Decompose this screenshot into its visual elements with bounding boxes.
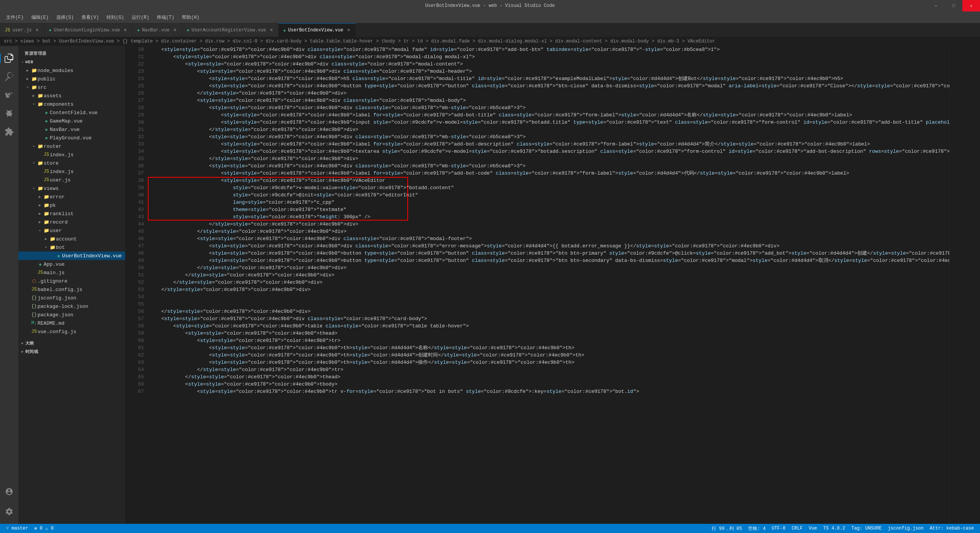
- tree-jsconfig[interactable]: {} jsconfig.json: [18, 294, 125, 302]
- line-number: 59: [126, 330, 144, 337]
- tab-close-botindex[interactable]: ×: [346, 27, 352, 33]
- outline-section[interactable]: ▶ 大纲: [18, 339, 125, 347]
- tree-gitignore[interactable]: ⬡ .gitignore: [18, 277, 125, 285]
- tree-contentfield[interactable]: ◈ ContentField.vue: [18, 108, 125, 117]
- tree-router[interactable]: ▾ 📁 router: [18, 142, 125, 150]
- status-ts-version[interactable]: TS 4.8.2: [820, 524, 848, 533]
- tree-package-json[interactable]: {} package.json: [18, 311, 125, 319]
- status-position[interactable]: 行 99，列 05: [709, 524, 745, 533]
- tree-account-folder[interactable]: ▶ 📁 account: [18, 235, 125, 243]
- tree-app-vue[interactable]: ◈ App.vue: [18, 260, 125, 268]
- tab-close-user[interactable]: ×: [34, 27, 40, 33]
- maximize-button[interactable]: □: [945, 0, 962, 11]
- branch-name: master: [11, 526, 28, 531]
- status-spaces[interactable]: 空格: 4: [745, 524, 769, 533]
- tree-vue-config[interactable]: JS vue.config.js: [18, 327, 125, 336]
- tree-views[interactable]: ▾ 📁 views: [18, 184, 125, 193]
- arrow-icon: ▶: [37, 220, 43, 224]
- tree-package-lock[interactable]: {} package-lock.json: [18, 302, 125, 311]
- code-line: <style=style="color:#ce9178">"color:#4ec…: [149, 250, 949, 257]
- tab-botindex-vue[interactable]: ◈ UserBotIndexView.vue ×: [279, 23, 356, 37]
- code-line: <style=style="color:#ce9178">"color:#4ec…: [149, 352, 949, 359]
- tab-close-login[interactable]: ×: [122, 27, 128, 33]
- tree-node-modules[interactable]: ▶ 📁 node_modules: [18, 66, 125, 75]
- error-icon: ⊗: [34, 526, 37, 531]
- status-errors[interactable]: ⊗ 0 ⚠ 0: [31, 524, 56, 533]
- line-number: 35: [126, 155, 144, 162]
- tab-navbar-vue[interactable]: ◈ NavBar.vue ×: [132, 23, 182, 37]
- line-number: 64: [126, 366, 144, 373]
- menu-goto[interactable]: 转到(G): [103, 13, 127, 22]
- tab-icon-vue: ◈: [283, 28, 286, 33]
- tree-playground[interactable]: ◈ PlayGround.vue: [18, 134, 125, 142]
- close-button[interactable]: ✕: [962, 0, 980, 11]
- tab-login-vue[interactable]: ◈ UserAccountLoginView.vue ×: [44, 23, 132, 37]
- status-branch[interactable]: ⑂ master: [3, 524, 31, 533]
- arrow-icon: ▶: [21, 350, 24, 354]
- code-line: [149, 301, 949, 308]
- menu-view[interactable]: 查看(V): [78, 13, 102, 22]
- tree-store[interactable]: ▾ 📁 store: [18, 159, 125, 167]
- tree-error[interactable]: ▶ 📁 error: [18, 193, 125, 201]
- tree-botindex-file[interactable]: ◈ UserBotIndexView.vue: [18, 252, 125, 260]
- status-json-config[interactable]: jsconfig.json: [885, 524, 927, 533]
- tree-babel-config[interactable]: JS babel.config.js: [18, 285, 125, 294]
- tab-close-navbar[interactable]: ×: [172, 27, 178, 33]
- activity-git[interactable]: [0, 86, 18, 104]
- tree-bot-folder[interactable]: ▾ 📁 bot: [18, 243, 125, 252]
- warning-icon: ⚠: [45, 526, 48, 531]
- status-line-ending[interactable]: CRLF: [789, 524, 806, 533]
- tree-readme[interactable]: M↓ README.md: [18, 319, 125, 327]
- activity-debug[interactable]: [0, 104, 18, 123]
- code-line: </style=style="color:#ce9178">"color:#4e…: [149, 264, 949, 271]
- tree-main-js[interactable]: JS main.js: [18, 268, 125, 277]
- line-number: 45: [126, 228, 144, 235]
- code-line: </style=style="color:#ce9178">"color:#4e…: [149, 271, 949, 279]
- menu-terminal[interactable]: 终端(T): [154, 13, 178, 22]
- menu-select[interactable]: 选择(S): [53, 13, 77, 22]
- menu-edit[interactable]: 编辑(E): [28, 13, 52, 22]
- tab-icon-vue: ◈: [49, 28, 52, 33]
- tree-store-index[interactable]: JS index.js: [18, 167, 125, 176]
- code-line: </style=style="color:#ce9178">"color:#4e…: [149, 126, 949, 133]
- activity-explorer[interactable]: [0, 49, 18, 67]
- tab-register-vue[interactable]: ◈ UserAccountRegisterView.vue ×: [182, 23, 279, 37]
- menu-help[interactable]: 帮助(H): [179, 13, 203, 22]
- status-encoding[interactable]: UTF-8: [769, 524, 789, 533]
- activity-search[interactable]: [0, 67, 18, 86]
- tab-user-js[interactable]: JS user.js ×: [0, 23, 44, 37]
- status-attr-name[interactable]: Attr: kebab-case: [927, 524, 977, 533]
- activity-settings[interactable]: [0, 502, 18, 521]
- menu-file[interactable]: 文件(F): [3, 13, 27, 22]
- section-web[interactable]: ▾ WEB: [18, 58, 125, 66]
- activity-extensions[interactable]: [0, 123, 18, 141]
- code-line: <style=style="color:#ce9178">"color:#4ec…: [149, 162, 949, 170]
- window-controls[interactable]: — □ ✕: [927, 0, 980, 11]
- tree-pk[interactable]: ▶ 📁 pk: [18, 201, 125, 209]
- tree-public[interactable]: ▶ 📁 public: [18, 75, 125, 83]
- tree-router-index[interactable]: JS index.js: [18, 150, 125, 159]
- line-number: 29: [126, 111, 144, 119]
- minimize-button[interactable]: —: [927, 0, 945, 11]
- line-number: 20: [126, 46, 144, 53]
- tree-components[interactable]: ▾ 📁 components: [18, 100, 125, 108]
- tree-ranklist[interactable]: ▶ 📁 ranklist: [18, 209, 125, 218]
- breadcrumb: src > views > bot > UserBotIndexView.vue…: [4, 39, 715, 44]
- tree-gamemap[interactable]: ◈ GameMap.vue: [18, 117, 125, 125]
- menu-run[interactable]: 运行(R): [129, 13, 152, 22]
- status-language[interactable]: Vue: [806, 524, 820, 533]
- tree-assets[interactable]: ▶ 📁 assets: [18, 92, 125, 100]
- tree-store-user[interactable]: JS user.js: [18, 176, 125, 184]
- activity-account[interactable]: [0, 482, 18, 501]
- timeline-section[interactable]: ▶ 时间线: [18, 347, 125, 356]
- tree-src[interactable]: ▾ 📁 src: [18, 83, 125, 92]
- code-editor[interactable]: <style=style="color:#ce9178">"color:#4ec…: [148, 46, 949, 524]
- tab-close-register[interactable]: ×: [268, 27, 274, 33]
- minimap: [949, 46, 980, 524]
- code-line: </style=style="color:#ce9178">"color:#4e…: [149, 308, 949, 315]
- tree-record[interactable]: ▶ 📁 record: [18, 218, 125, 226]
- tree-user-folder[interactable]: ▾ 📁 user: [18, 226, 125, 235]
- status-tag[interactable]: Tag: UNSURE: [848, 524, 885, 533]
- tree-navbar-file[interactable]: ◈ NavBar.vue: [18, 125, 125, 134]
- code-line: <style=style="color:#ce9178">"color:#4ec…: [149, 68, 949, 75]
